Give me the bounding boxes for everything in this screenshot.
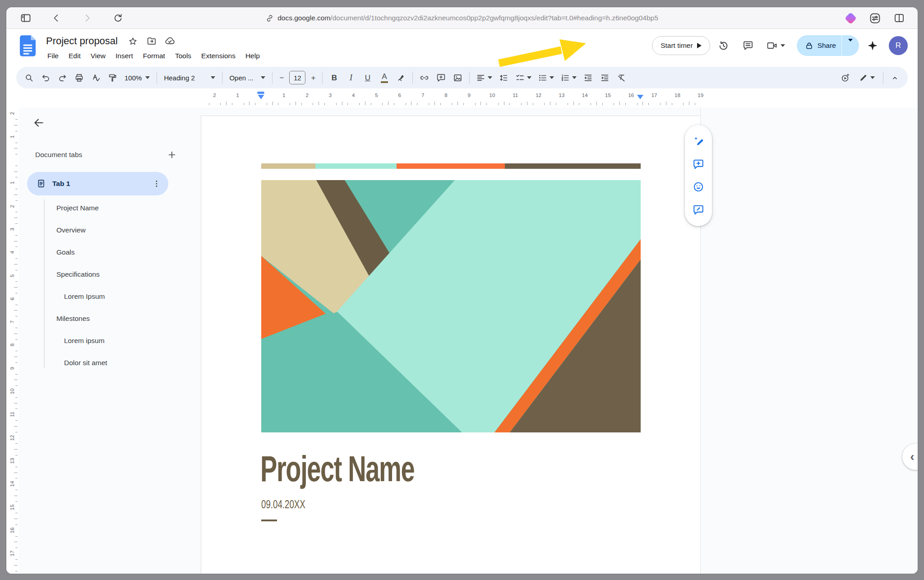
document-heading[interactable]: Project Name	[260, 451, 414, 487]
share-options-button[interactable]	[842, 42, 859, 50]
reload-button[interactable]	[112, 12, 124, 24]
gemini-button[interactable]	[862, 35, 883, 56]
outline-item[interactable]: Milestones	[19, 307, 190, 329]
tab-item-active[interactable]: Tab 1	[27, 172, 168, 195]
numbered-list-button[interactable]	[557, 69, 580, 86]
add-tab-button[interactable]	[164, 147, 180, 162]
suggest-edits-button[interactable]	[688, 200, 708, 220]
add-comment-button[interactable]	[433, 69, 449, 86]
extension-button[interactable]	[845, 12, 856, 24]
cover-artwork-image[interactable]	[261, 180, 641, 432]
menubar-item[interactable]: View	[86, 50, 111, 62]
account-avatar[interactable]: R	[889, 36, 908, 55]
font-size-value: 12	[294, 74, 301, 82]
paint-format-button[interactable]	[104, 69, 121, 86]
strip-segment	[397, 163, 505, 169]
back-button[interactable]	[51, 12, 62, 24]
menubar-item[interactable]: Format	[138, 50, 170, 62]
decrease-indent-button[interactable]	[580, 69, 596, 86]
strip-segment	[261, 163, 315, 169]
hide-menus-button[interactable]	[887, 69, 903, 86]
editing-mode-button[interactable]	[854, 69, 880, 86]
highlight-color-button[interactable]	[393, 69, 409, 86]
insert-link-button[interactable]	[416, 69, 433, 86]
help-me-write-button[interactable]	[688, 131, 708, 151]
right-indent-icon	[637, 95, 643, 99]
version-history-button[interactable]	[713, 35, 735, 56]
indent-icon	[600, 73, 610, 83]
split-view-icon	[894, 13, 905, 23]
menubar-item[interactable]: File	[42, 50, 64, 62]
split-view-button[interactable]	[893, 12, 905, 24]
chevron-down-icon	[870, 76, 875, 79]
collapse-side-panel-button[interactable]: ‹	[902, 444, 918, 470]
outline-item-label: Milestones	[56, 315, 90, 323]
close-panel-button[interactable]	[30, 114, 48, 132]
outline-item[interactable]: Specifications	[19, 263, 190, 285]
bold-button[interactable]: B	[326, 69, 342, 86]
docs-toolbar: 100% Heading 2 Open ... − 12 +	[16, 67, 908, 88]
clear-formatting-button[interactable]	[613, 69, 630, 86]
motion-play-button[interactable]	[837, 69, 854, 86]
print-button[interactable]	[71, 69, 88, 86]
document-page[interactable]: Project Name 09.04.20XX	[201, 116, 701, 574]
outline-item[interactable]: Project Name	[19, 197, 190, 219]
outline-item[interactable]: Goals	[19, 241, 190, 263]
zoom-select[interactable]: 100%	[121, 69, 153, 86]
outline-item[interactable]: Dolor sit amet	[19, 352, 190, 374]
star-button[interactable]	[125, 34, 141, 48]
search-menus-button[interactable]	[21, 69, 37, 86]
font-select[interactable]: Open ...	[226, 69, 269, 86]
document-status-button[interactable]	[162, 34, 178, 48]
emoji-reaction-button[interactable]	[688, 177, 708, 197]
insert-image-button[interactable]	[449, 69, 466, 86]
italic-button[interactable]: I	[342, 69, 359, 86]
outline-list: Project NameOverviewGoalsSpecificationsL…	[19, 197, 190, 374]
underline-button[interactable]: U	[359, 69, 376, 86]
line-spacing-button[interactable]	[495, 69, 512, 86]
share-button[interactable]: Share	[797, 35, 859, 56]
browser-settings-button[interactable]	[869, 12, 881, 24]
outline-item-label: Dolor sit amet	[64, 359, 107, 367]
quick-actions-pill	[685, 125, 712, 226]
outline-item[interactable]: Lorem Ipsum	[19, 285, 190, 307]
decrease-font-size-button[interactable]: −	[276, 69, 287, 86]
bulleted-list-button[interactable]	[535, 69, 557, 86]
undo-button[interactable]	[37, 69, 54, 86]
outline-item[interactable]: Lorem ipsum	[19, 329, 190, 352]
sidebar-toggle-button[interactable]	[20, 12, 32, 24]
menubar-item[interactable]: Extensions	[196, 50, 240, 62]
image-icon	[453, 73, 462, 83]
paragraph-style-select[interactable]: Heading 2	[160, 69, 219, 86]
move-to-folder-button[interactable]	[144, 34, 159, 48]
outline-item[interactable]: Overview	[19, 219, 190, 241]
increase-indent-button[interactable]	[596, 69, 613, 86]
forward-button[interactable]	[81, 12, 93, 24]
spellcheck-icon	[91, 73, 101, 83]
align-button[interactable]	[473, 69, 495, 86]
menubar-item[interactable]: Insert	[111, 50, 138, 62]
right-indent-marker[interactable]	[637, 90, 643, 99]
menubar-item[interactable]: Tools	[170, 50, 196, 62]
redo-button[interactable]	[54, 69, 71, 86]
menubar-item[interactable]: Help	[240, 50, 265, 62]
menubar-item[interactable]: Edit	[64, 50, 86, 62]
meet-button[interactable]	[762, 35, 790, 56]
divider	[883, 72, 883, 84]
document-date[interactable]: 09.04.20XX	[261, 497, 305, 511]
divider	[222, 72, 222, 84]
address-bar[interactable]: docs.google.com/document/d/1tochngqzozv2…	[266, 7, 658, 29]
start-timer-button[interactable]: Start timer	[652, 36, 710, 55]
heading-rule	[261, 520, 277, 521]
spelling-check-button[interactable]	[88, 69, 104, 86]
more-options-icon[interactable]	[152, 179, 161, 188]
font-size-input[interactable]: 12	[289, 71, 305, 84]
checklist-button[interactable]	[512, 69, 535, 86]
google-docs-logo[interactable]	[20, 35, 36, 57]
document-title[interactable]: Project proposal	[46, 35, 118, 47]
add-comment-button[interactable]	[688, 154, 708, 174]
text-color-button[interactable]: A	[376, 69, 393, 86]
comments-button[interactable]	[737, 35, 759, 56]
left-indent-marker[interactable]	[258, 90, 264, 99]
increase-font-size-button[interactable]: +	[307, 69, 319, 86]
